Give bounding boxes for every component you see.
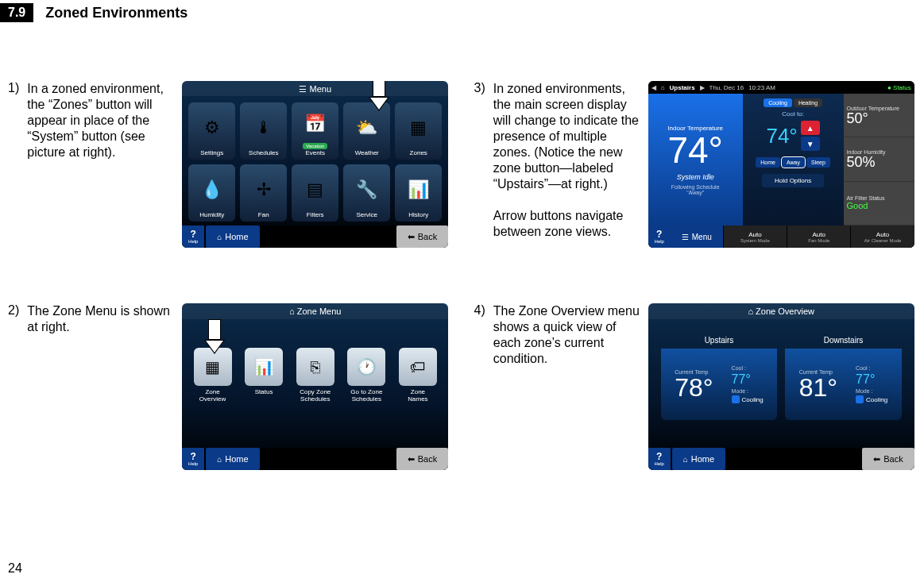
vacation-badge: Vacation <box>303 143 327 149</box>
goto-schedules-button[interactable]: 🕐Go to Zone Schedules <box>344 348 389 403</box>
help-button[interactable]: ?Help <box>648 448 671 470</box>
menu-schedules[interactable]: 🌡Schedules <box>240 102 287 160</box>
back-arrow-icon: ⬅ <box>873 454 880 464</box>
item-3-num: 3) <box>474 81 485 248</box>
cooling-icon <box>856 395 864 403</box>
indoor-humidity-cell: Indoor Humidity 50% <box>844 137 914 181</box>
main-top-bar: ◀ ⌂ Upstairs ▶ Thu, Dec 16 10:23 AM ● St… <box>648 81 914 94</box>
home-button[interactable]: ⌂Home <box>206 448 259 470</box>
help-button[interactable]: ?Help <box>182 448 204 470</box>
zone-menu-title: ⌂ Zone Menu <box>182 303 448 319</box>
setpoint-panel: Cooling Heating Cool to: 74° ▲ ▼ Home Aw… <box>743 94 844 225</box>
menu-button[interactable]: ☰Menu <box>671 225 723 248</box>
home-small-icon: ⌂ <box>661 84 665 91</box>
menu-humidity[interactable]: 💧Humidity <box>188 164 235 222</box>
zone-card-body: Current Temp 81° Cool : 77° Mode : Cooli… <box>785 349 902 420</box>
back-button[interactable]: ⬅Back <box>396 448 448 470</box>
preset-away[interactable]: Away <box>782 157 805 168</box>
copy-icon: ⎘ <box>296 348 334 386</box>
copy-schedules-button[interactable]: ⎘Copy Zone Schedules <box>292 348 338 403</box>
filters-icon: ▤ <box>307 168 323 211</box>
menu-icon: ☰ <box>299 84 309 94</box>
cool-to-label: Cool to: <box>782 110 804 118</box>
mode-tabs: Cooling Heating <box>764 98 822 107</box>
tag-icon: 🏷 <box>399 348 437 386</box>
screenshot-zone-overview: ⌂ Zone Overview Upstairs Current Temp 78… <box>648 303 914 470</box>
zone-overview-title: ⌂ Zone Overview <box>648 303 914 319</box>
system-mode-button[interactable]: AutoSystem Mode <box>723 225 787 248</box>
zone-names-button[interactable]: 🏷Zone Names <box>396 348 441 403</box>
menu-bottom-bar: ?Help ⌂Home ⬅Back <box>182 225 448 248</box>
status-sidebar: Outdoor Temperature 50° Indoor Humidity … <box>844 94 914 225</box>
item-3-desc: In zoned environments, the main screen d… <box>493 81 640 248</box>
schedule-status: Following Schedule "Away" <box>671 184 720 195</box>
hold-options-button[interactable]: Hold Options <box>762 174 824 187</box>
screenshot-zone-menu: ⌂ Zone Menu ▦Zone Overview 📊Status ⎘Copy… <box>182 303 448 470</box>
menu-zones[interactable]: ▦Zones <box>395 102 442 160</box>
screenshot-main: ◀ ⌂ Upstairs ▶ Thu, Dec 16 10:23 AM ● St… <box>648 81 914 248</box>
nav-right-icon[interactable]: ▶ <box>700 84 705 91</box>
back-arrow-icon: ⬅ <box>408 454 415 464</box>
menu-filters[interactable]: ▤Filters <box>292 164 338 222</box>
menu-fan[interactable]: ✢Fan <box>240 164 287 222</box>
back-button[interactable]: ⬅Back <box>396 225 448 248</box>
help-button[interactable]: ?Help <box>182 225 204 248</box>
preset-row: Home Away Sleep <box>756 157 830 168</box>
temp-down-button[interactable]: ▼ <box>801 137 820 151</box>
item-1: 1) In a zoned environment, the “Zones” b… <box>8 81 450 248</box>
callout-arrow <box>369 81 389 114</box>
temp-up-button[interactable]: ▲ <box>801 121 820 135</box>
item-2-desc: The Zone Menu is shown at right. <box>27 303 174 470</box>
menu-events[interactable]: 📅VacationEvents <box>292 102 338 160</box>
help-icon: ? <box>191 452 196 461</box>
menu-history[interactable]: 📊History <box>395 164 442 222</box>
zone-name[interactable]: Upstairs <box>670 84 695 91</box>
item-3: 3) In zoned environments, the main scree… <box>474 81 917 248</box>
back-button[interactable]: ⬅Back <box>862 448 914 470</box>
air-filter-cell: Air Filter Status Good <box>844 182 914 225</box>
main-body: Indoor Temperature 74° System Idle Follo… <box>648 94 914 225</box>
zone-setpoint-info: Cool : 77° Mode : Cooling <box>732 365 764 403</box>
home-icon: ⌂ <box>683 455 688 464</box>
home-icon: ⌂ <box>217 455 222 464</box>
home-button[interactable]: ⌂Home <box>672 448 725 470</box>
menu-grid: ⚙Settings 🌡Schedules 📅VacationEvents ⛅We… <box>182 96 448 225</box>
item-4: 4) The Zone Overview menu shows a quick … <box>474 303 917 470</box>
heating-tab[interactable]: Heating <box>794 98 822 107</box>
menu-title: ☰ Menu <box>182 81 448 96</box>
section-header: 7.9 Zoned Environments <box>0 0 924 25</box>
zone-card-upstairs[interactable]: Upstairs Current Temp 78° Cool : 77° Mod… <box>661 332 778 420</box>
item-1-num: 1) <box>8 81 19 248</box>
air-cleaner-mode-button[interactable]: AutoAir Cleaner Mode <box>850 225 914 248</box>
zone-current-temp: Current Temp 78° <box>675 369 713 400</box>
main-bottom-bar: ?Help ☰Menu AutoSystem Mode AutoFan Mode… <box>648 225 914 248</box>
menu-settings[interactable]: ⚙Settings <box>188 102 235 160</box>
fan-icon: ✢ <box>257 168 271 211</box>
menu-service[interactable]: 🔧Service <box>343 164 390 222</box>
zone-card-title: Upstairs <box>661 332 778 349</box>
preset-sleep[interactable]: Sleep <box>806 157 830 168</box>
fan-mode-button[interactable]: AutoFan Mode <box>787 225 850 248</box>
wrench-icon: 🔧 <box>356 168 377 211</box>
back-arrow-icon: ⬅ <box>408 232 415 242</box>
help-icon: ? <box>656 452 662 461</box>
item-2: 2) The Zone Menu is shown at right. ⌂ Zo… <box>8 303 450 470</box>
nav-left-icon[interactable]: ◀ <box>651 84 656 91</box>
humidity-icon: 💧 <box>201 168 222 211</box>
help-icon: ? <box>191 229 196 239</box>
home-button[interactable]: ⌂Home <box>206 225 259 248</box>
cooling-icon <box>732 395 740 403</box>
thermometer-icon: 🌡 <box>255 106 273 149</box>
help-button[interactable]: ?Help <box>648 225 671 248</box>
item-4-num: 4) <box>474 303 485 470</box>
help-icon: ? <box>656 229 662 239</box>
zone-card-downstairs[interactable]: Downstairs Current Temp 81° Cool : 77° M… <box>785 332 902 420</box>
callout-arrow <box>204 319 225 357</box>
item-4-desc: The Zone Overview menu shows a quick vie… <box>493 303 640 470</box>
system-status: System Idle <box>677 173 714 181</box>
section-number: 7.9 <box>0 3 33 22</box>
status-indicator[interactable]: ● Status <box>887 84 911 91</box>
preset-home[interactable]: Home <box>756 157 780 168</box>
cooling-tab[interactable]: Cooling <box>764 98 792 107</box>
zone-status-button[interactable]: 📊Status <box>242 348 287 403</box>
